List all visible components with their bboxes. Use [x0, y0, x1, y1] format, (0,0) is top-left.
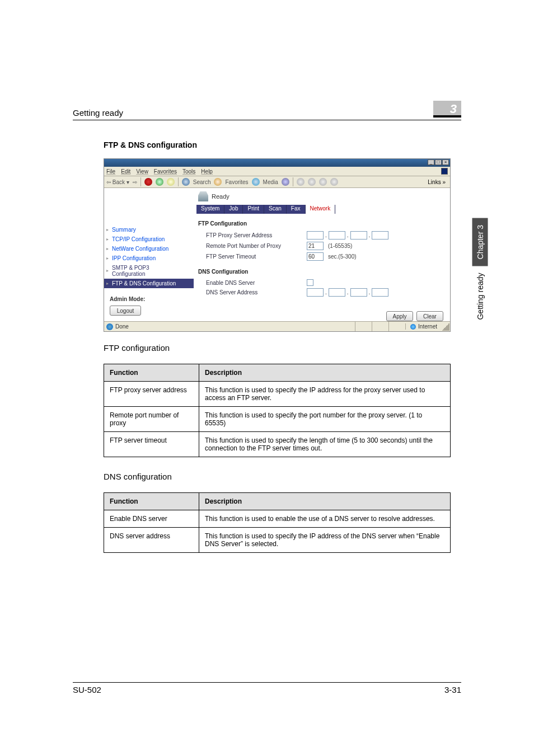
section-title: FTP & DNS configuration: [104, 140, 461, 149]
close-icon[interactable]: ×: [442, 159, 449, 165]
resize-grip-icon[interactable]: [442, 323, 449, 331]
menu-edit[interactable]: Edit: [121, 168, 130, 175]
menu-bar: File Edit View Favorites Tools Help: [104, 167, 450, 176]
done-icon: [106, 323, 113, 330]
dns-addr-label: DNS Server Address: [198, 289, 305, 295]
dns-caption: DNS configuration: [104, 472, 461, 481]
history-icon[interactable]: [282, 178, 289, 186]
server-timeout-label: FTP Server Timeout: [198, 253, 305, 260]
th-function: Function: [104, 493, 199, 510]
footer-left: SU-502: [73, 685, 101, 694]
table-row: Remote port number of proxy This functio…: [104, 407, 451, 432]
header-title: Getting ready: [73, 108, 123, 118]
status-bar: Done Internet: [104, 321, 450, 331]
browser-window: _ □ × File Edit View Favorites Tools Hel…: [104, 158, 451, 332]
favorites-icon[interactable]: [214, 178, 222, 186]
cell-func: Remote port number of proxy: [104, 407, 199, 432]
minimize-icon[interactable]: _: [428, 159, 434, 165]
nav-ipp[interactable]: IPP Configuration: [104, 253, 194, 263]
ftp-config-heading: FTP Configuration: [198, 220, 443, 227]
favorites-label[interactable]: Favorites: [225, 179, 248, 185]
side-tab: Getting readyChapter 3: [472, 218, 488, 327]
dns-config-heading: DNS Configuration: [198, 269, 443, 275]
server-timeout-input[interactable]: 60: [307, 252, 324, 261]
ie-logo-icon: [441, 168, 448, 175]
menu-help[interactable]: Help: [201, 168, 213, 175]
maximize-icon[interactable]: □: [435, 159, 442, 165]
internet-icon: [410, 324, 416, 330]
home-icon[interactable]: [167, 178, 175, 186]
table-row: FTP proxy server address This function i…: [104, 382, 451, 407]
printer-icon: [198, 191, 208, 201]
tab-network[interactable]: Network: [306, 205, 336, 214]
footer-right: 3-31: [444, 685, 461, 694]
status-ready: Ready: [198, 191, 229, 201]
tab-system[interactable]: System: [196, 205, 224, 214]
cell-desc: This function is used to enable the use …: [199, 510, 451, 528]
nav-netware[interactable]: NetWare Configuration: [104, 244, 194, 253]
cell-func: FTP proxy server address: [104, 382, 199, 407]
stop-icon[interactable]: [144, 178, 152, 186]
search-icon[interactable]: [182, 178, 190, 186]
enable-dns-label: Enable DNS Server: [198, 280, 305, 286]
forward-button[interactable]: ⇨: [133, 179, 137, 185]
th-function: Function: [104, 364, 199, 382]
enable-dns-checkbox[interactable]: [307, 279, 313, 286]
tab-fax[interactable]: Fax: [287, 205, 306, 214]
cell-desc: This function is used to specify the por…: [199, 407, 451, 432]
remote-port-hint: (1-65535): [328, 243, 352, 249]
menu-file[interactable]: File: [106, 168, 115, 175]
table-row: DNS server address This function is used…: [104, 528, 451, 553]
page-footer: SU-502 3-31: [73, 682, 461, 694]
remote-port-label: Remote Port Number of Proxy: [198, 243, 305, 249]
title-bar: _ □ ×: [104, 159, 450, 167]
page-header: Getting ready 3: [73, 101, 461, 120]
refresh-icon[interactable]: [156, 178, 163, 186]
tab-job[interactable]: Job: [224, 205, 243, 214]
cell-desc: This function is used to specify the len…: [199, 432, 451, 457]
toolbar: ⇦ Back ▾ ⇨ Search Favorites Media Links …: [104, 176, 450, 188]
admin-mode-label: Admin Mode:: [104, 296, 194, 302]
links-label[interactable]: Links »: [428, 179, 446, 185]
logout-button[interactable]: Logout: [110, 306, 141, 316]
side-tab-dark: Chapter 3: [472, 218, 488, 266]
cell-desc: This function is used to specify the IP …: [199, 382, 451, 407]
th-description: Description: [199, 364, 451, 382]
nav-smtp-pop3[interactable]: SMTP & POP3Configuration: [104, 263, 194, 279]
back-button[interactable]: ⇦ Back ▾: [106, 179, 129, 185]
done-label: Done: [115, 323, 129, 330]
cell-func: Enable DNS server: [104, 510, 199, 528]
cell-desc: This function is used to specify the IP …: [199, 528, 451, 553]
media-icon[interactable]: [252, 178, 260, 186]
menu-favorites[interactable]: Favorites: [154, 168, 177, 175]
dns-table: Function Description Enable DNS server T…: [104, 492, 451, 553]
discuss-icon[interactable]: [330, 178, 338, 186]
nav-summary[interactable]: Summary: [104, 225, 194, 234]
nav-tcpip[interactable]: TCP/IP Configuration: [104, 234, 194, 244]
tab-print[interactable]: Print: [243, 205, 264, 214]
dns-addr-ip-input[interactable]: . . .: [307, 288, 388, 297]
internet-label: Internet: [418, 323, 437, 330]
server-timeout-hint: sec.(5-300): [328, 253, 357, 260]
clear-button[interactable]: Clear: [416, 311, 443, 321]
remote-port-input[interactable]: 21: [307, 242, 324, 250]
ftp-caption: FTP configuration: [104, 343, 461, 353]
table-row: Enable DNS server This function is used …: [104, 510, 451, 528]
search-label[interactable]: Search: [193, 179, 211, 185]
menu-tools[interactable]: Tools: [182, 168, 195, 175]
ftp-table: Function Description FTP proxy server ad…: [104, 364, 451, 457]
media-label[interactable]: Media: [263, 179, 278, 185]
apply-button[interactable]: Apply: [386, 311, 413, 321]
print-icon[interactable]: [308, 178, 316, 186]
ftp-proxy-ip-input[interactable]: . . .: [307, 231, 388, 240]
ready-label: Ready: [212, 193, 229, 200]
main-tabs: System Job Print Scan Fax Network: [196, 205, 335, 214]
nav-ftp-dns[interactable]: FTP & DNS Configuration: [104, 279, 194, 288]
mail-icon[interactable]: [297, 178, 305, 186]
sidebar: Summary TCP/IP Configuration NetWare Con…: [104, 189, 194, 321]
tab-scan[interactable]: Scan: [264, 205, 287, 214]
menu-view[interactable]: View: [136, 168, 148, 175]
table-row: FTP server timeout This function is used…: [104, 432, 451, 457]
cell-func: FTP server timeout: [104, 432, 199, 457]
edit-icon[interactable]: [319, 178, 327, 186]
